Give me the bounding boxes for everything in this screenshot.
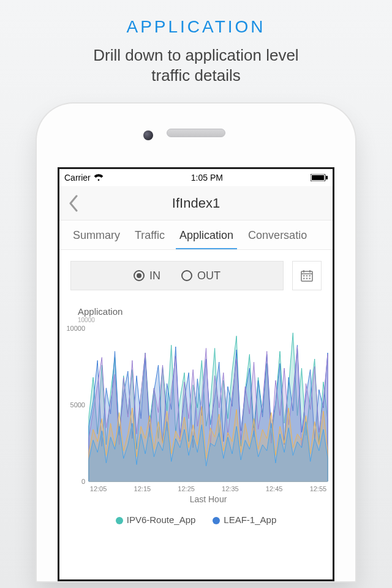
svg-rect-9 bbox=[309, 278, 311, 280]
radio-in-label: IN bbox=[149, 270, 160, 282]
chart-title: Application bbox=[78, 306, 329, 317]
carrier-label: Carrier bbox=[64, 173, 91, 183]
promo-subtitle: Drill down to application leveltraffic d… bbox=[93, 45, 298, 85]
svg-text:12:05: 12:05 bbox=[90, 485, 107, 492]
promo-title: APPLICATION bbox=[126, 17, 265, 37]
svg-rect-4 bbox=[303, 275, 305, 277]
svg-text:12:15: 12:15 bbox=[134, 485, 151, 492]
tab-traffic[interactable]: Traffic bbox=[127, 221, 172, 249]
clock-label: 1:05 PM bbox=[191, 173, 223, 183]
phone-camera bbox=[143, 130, 153, 140]
tab-summary[interactable]: Summary bbox=[66, 221, 127, 249]
svg-text:0: 0 bbox=[81, 478, 85, 485]
svg-text:5000: 5000 bbox=[70, 401, 85, 409]
tab-bar: SummaryTrafficApplicationConversatio bbox=[59, 221, 333, 250]
svg-rect-8 bbox=[306, 278, 308, 280]
chart-area: Application 10000 050001000012:0512:1512… bbox=[59, 294, 333, 525]
svg-rect-7 bbox=[303, 278, 305, 280]
direction-toggle: IN OUT bbox=[70, 261, 284, 290]
page-title: IfIndex1 bbox=[172, 195, 220, 211]
legend-item: IPV6-Route_App bbox=[116, 514, 196, 525]
radio-out-label: OUT bbox=[197, 270, 221, 282]
phone-frame: Carrier 1:05 PM IfIndex1 SummaryTrafficA… bbox=[37, 104, 355, 581]
calendar-button[interactable] bbox=[292, 261, 322, 290]
nav-bar: IfIndex1 bbox=[59, 186, 333, 221]
chart-svg: 050001000012:0512:1512:2512:3512:4512:55… bbox=[63, 323, 333, 507]
chart-legend: IPV6-Route_AppLEAF-1_App bbox=[63, 514, 329, 525]
svg-text:12:35: 12:35 bbox=[222, 485, 239, 492]
back-button[interactable] bbox=[63, 193, 84, 214]
tab-application[interactable]: Application bbox=[172, 221, 241, 249]
tab-conversatio[interactable]: Conversatio bbox=[241, 221, 314, 249]
svg-text:12:55: 12:55 bbox=[310, 485, 327, 492]
radio-out[interactable]: OUT bbox=[181, 270, 221, 282]
svg-rect-1 bbox=[312, 175, 324, 180]
radio-in[interactable]: IN bbox=[134, 270, 160, 282]
wifi-icon bbox=[94, 174, 104, 181]
svg-rect-2 bbox=[326, 176, 328, 179]
svg-text:12:25: 12:25 bbox=[178, 485, 195, 492]
calendar-icon bbox=[300, 268, 314, 283]
phone-speaker bbox=[167, 129, 225, 137]
status-bar: Carrier 1:05 PM bbox=[59, 169, 333, 186]
chart-ymax: 10000 bbox=[78, 317, 329, 323]
svg-rect-6 bbox=[309, 275, 311, 277]
svg-text:10000: 10000 bbox=[66, 325, 85, 332]
svg-text:Last Hour: Last Hour bbox=[190, 494, 227, 504]
svg-text:12:45: 12:45 bbox=[266, 485, 283, 492]
phone-screen: Carrier 1:05 PM IfIndex1 SummaryTrafficA… bbox=[58, 167, 334, 581]
legend-item: LEAF-1_App bbox=[213, 514, 276, 525]
svg-rect-5 bbox=[306, 275, 308, 277]
battery-icon bbox=[311, 174, 328, 181]
